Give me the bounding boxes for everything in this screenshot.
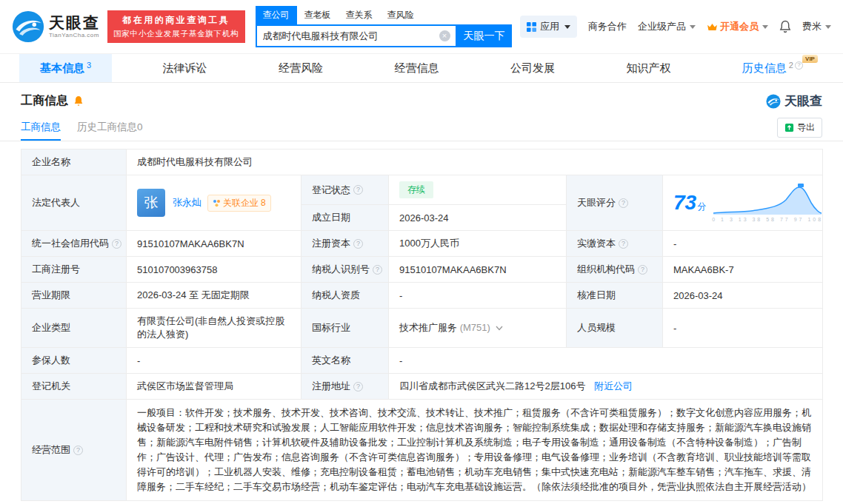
search-tab-company[interactable]: 查公司 [256, 6, 297, 24]
menu-business-cooperation[interactable]: 商务合作 [588, 20, 627, 33]
top-header: 天眼查 TianYanCha.com 都在用的商业查询工具 国家中小企业发展子基… [0, 0, 843, 53]
subtab-business-info[interactable]: 工商信息 [21, 121, 61, 141]
related-companies-icon [213, 199, 221, 207]
table-row: 参保人数 - 英文名称 - [21, 348, 823, 374]
tab-intellectual-property[interactable]: 知识产权 [605, 54, 691, 82]
field-value-business-term: 2026-03-24 至 无固定期限 [127, 283, 301, 309]
related-companies-label: 关联企业 [223, 197, 259, 209]
search-tab-relation[interactable]: 查关系 [339, 6, 380, 24]
field-value-insured: - [127, 348, 301, 374]
tab-operating-info[interactable]: 经营信息 [373, 54, 459, 82]
tianyancha-company-page: 天眼查 TianYanCha.com 都在用的商业查询工具 国家中小企业发展子基… [0, 0, 843, 501]
field-value-paid-capital: - [663, 231, 823, 257]
field-label-staff-size: 人员规模 [567, 309, 663, 348]
subtab-history-business-info[interactable]: 历史工商信息0 [77, 121, 143, 141]
credit-code-label: 统一社会信用代码 [32, 237, 109, 250]
help-icon[interactable] [353, 239, 363, 249]
help-icon[interactable] [638, 265, 647, 275]
content: 工商信息 天眼查 工商信息 历史工商信息0 [0, 83, 843, 501]
tab-history-info[interactable]: VIP 历史信息 2 [722, 54, 824, 82]
org-code-label: 组织机构代码 [577, 263, 635, 276]
search-tabs: 查公司 查老板 查关系 查风险 [256, 6, 512, 24]
menu-vip-upgrade[interactable]: 开通会员 [707, 20, 768, 33]
table-row: 登记机关 武侯区市场监督管理局 注册地址 四川省成都市武侯区武兴二路12号2层1… [21, 374, 823, 400]
score-chart-ticks: 0 1 3 13 38 58 77 97 108 [712, 217, 823, 222]
reg-status-label: 登记状态 [312, 184, 350, 197]
nearby-companies-link[interactable]: 附近公司 [594, 380, 633, 392]
export-label: 导出 [797, 121, 815, 134]
table-row: 经营范围 一般项目：软件开发；技术服务、技术开发、技术咨询、技术交流、技术转让、… [21, 400, 823, 501]
chevron-down-icon[interactable] [496, 322, 503, 333]
address-label: 注册地址 [312, 380, 350, 393]
tab-legal-proceedings[interactable]: 法律诉讼 [142, 54, 228, 82]
related-companies-badge[interactable]: 关联企业 8 [207, 195, 271, 212]
field-label-taxpayer-quality: 纳税人资质 [301, 283, 389, 309]
tab-basic-info[interactable]: 基本信息 3 [19, 54, 112, 82]
field-value-reg-status: 存续 [389, 175, 567, 205]
section-title: 工商信息 [21, 93, 68, 109]
field-label-reg-status: 登记状态 [301, 175, 389, 205]
search-input[interactable] [257, 30, 439, 41]
slogan-line2: 国家中小企业发展子基金旗下机构 [113, 29, 239, 39]
help-icon[interactable] [795, 61, 803, 70]
tab-label: 历史信息 [742, 61, 787, 75]
help-icon[interactable] [73, 446, 83, 455]
table-row: 工商注册号 510107003963758 纳税人识别号 91510107MAK… [21, 257, 823, 283]
help-icon[interactable] [619, 198, 628, 208]
logo-cn-text: 天眼查 [49, 15, 100, 30]
help-icon[interactable] [619, 239, 628, 249]
tab-label: 法律诉讼 [163, 61, 207, 75]
industry-name: 技术推广服务 [399, 322, 457, 333]
help-icon[interactable] [373, 265, 382, 275]
enterprise-products-label: 企业级产品 [638, 20, 686, 33]
score-value: 73分 [673, 191, 706, 215]
monitor-bell-icon[interactable] [73, 95, 84, 107]
watermark-label: 天眼查 [784, 93, 822, 110]
help-icon[interactable] [112, 239, 121, 249]
notification-bell-icon[interactable] [779, 20, 791, 33]
export-button[interactable]: 导出 [777, 118, 822, 138]
tab-label: 经营风险 [279, 61, 323, 75]
taxpayer-id-label: 纳税人识别号 [312, 263, 370, 276]
field-value-company-type: 有限责任公司(非自然人投资或控股的法人独资) [127, 309, 301, 348]
search-tab-boss[interactable]: 查老板 [297, 6, 339, 24]
help-icon[interactable] [353, 185, 363, 195]
tianyancha-logo[interactable]: 天眼查 TianYanCha.com [12, 10, 100, 43]
field-value-approval-date: 2026-03-24 [663, 283, 823, 309]
export-icon [784, 123, 794, 132]
search-tab-risk[interactable]: 查风险 [380, 6, 422, 24]
section-header: 工商信息 天眼查 [0, 83, 843, 116]
tab-company-development[interactable]: 公司发展 [490, 54, 576, 82]
caret-down-icon [762, 25, 768, 29]
clear-search-icon[interactable] [439, 30, 450, 41]
table-row: 统一社会信用代码 91510107MAKAA6BK7N 注册资本 1000万人民… [21, 231, 823, 257]
caret-down-icon [825, 25, 831, 29]
tianyan-score-cell[interactable]: 73分 0 1 3 13 38 58 77 97 108 [663, 175, 823, 231]
menu-enterprise-products[interactable]: 企业级产品 [638, 20, 696, 33]
logo-en-text: TianYanCha.com [49, 33, 100, 38]
field-label-business-term: 营业期限 [21, 283, 127, 309]
username-label: 费米 [802, 20, 822, 33]
user-menu[interactable]: 费米 [802, 20, 831, 33]
legal-rep-link[interactable]: 张永灿 [173, 196, 201, 209]
field-label-business-scope: 经营范围 [21, 400, 127, 501]
field-value-reg-authority: 武侯区市场监督管理局 [127, 374, 301, 400]
search-button[interactable]: 天眼一下 [457, 24, 512, 47]
tab-operating-risk[interactable]: 经营风险 [258, 54, 344, 82]
address-text: 四川省成都市武侯区武兴二路12号2层106号 [399, 380, 585, 392]
table-row: 企业名称 成都时代电服科技有限公司 [21, 149, 823, 175]
apps-menu[interactable]: 应用 [520, 16, 577, 38]
field-label-insured: 参保人数 [21, 348, 127, 374]
top-menu: 应用 商务合作 企业级产品 开通会员 [520, 16, 831, 38]
field-label-org-code: 组织机构代码 [567, 257, 663, 283]
tianyancha-watermark: 天眼查 [766, 93, 822, 110]
reg-capital-label: 注册资本 [312, 237, 350, 250]
field-label-company-name: 企业名称 [21, 149, 127, 175]
field-label-taxpayer-id: 纳税人识别号 [301, 257, 389, 283]
field-value-company-name: 成都时代电服科技有限公司 [127, 149, 823, 175]
help-icon[interactable] [353, 382, 363, 392]
field-value-org-code: MAKAA6BK-7 [663, 257, 823, 283]
legal-rep-avatar[interactable]: 张 [137, 189, 165, 217]
industry-code: (M751) [460, 322, 490, 333]
field-label-industry: 国标行业 [301, 309, 389, 348]
